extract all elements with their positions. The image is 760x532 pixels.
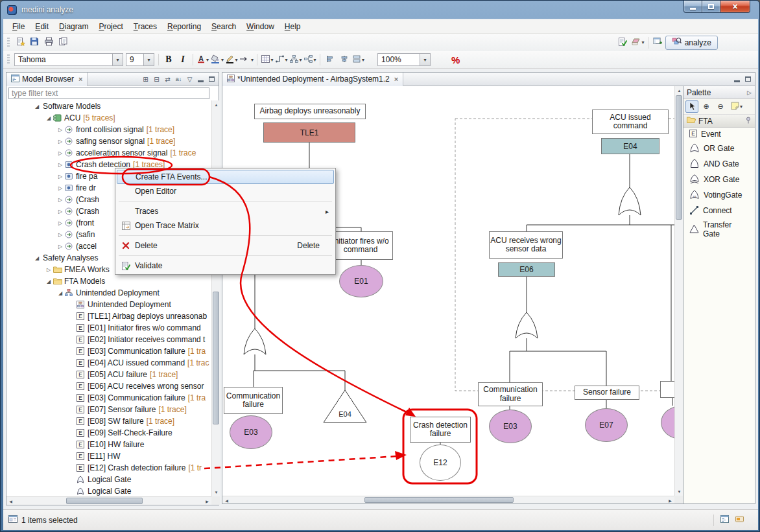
fta-basic-event[interactable]: E07 (585, 408, 628, 442)
zoom-out-tool[interactable]: ⊖ (714, 100, 727, 113)
fill-color-button[interactable] (210, 52, 224, 67)
toolbar-grip[interactable] (7, 38, 10, 48)
close-button[interactable]: × (720, 1, 750, 13)
context-menu-item-traces[interactable]: Traces▸ (117, 204, 334, 218)
chevron-down-icon[interactable]: ▾ (143, 54, 154, 65)
select-tool[interactable] (685, 100, 698, 113)
tree-item[interactable]: Logical Gate (6, 474, 211, 485)
menu-diagram[interactable]: Diagram (54, 21, 93, 32)
italic-button[interactable]: I (176, 52, 190, 67)
router-button[interactable] (274, 52, 289, 67)
chevron-down-icon[interactable]: ▾ (112, 54, 123, 65)
close-view-icon[interactable]: × (78, 75, 82, 83)
chevron-down-icon[interactable]: ▾ (420, 54, 430, 65)
filter-input[interactable] (8, 87, 209, 99)
fta-node[interactable]: ACU issued command (592, 110, 669, 134)
tree-collapsed-arrow-icon[interactable]: ▷ (56, 220, 65, 226)
palette-item-xor-gate[interactable]: XOR Gate (683, 172, 755, 188)
tree-collapsed-arrow-icon[interactable]: ▷ (56, 162, 65, 168)
validate-toolbar-button[interactable] (616, 36, 630, 50)
fta-node[interactable]: Crash detection failure (410, 417, 471, 443)
minimize-view-icon[interactable] (196, 75, 206, 84)
new-wizard-button[interactable] (13, 36, 27, 50)
context-menu-item-validate[interactable]: Validate (117, 259, 334, 273)
tree-expanded-arrow-icon[interactable]: ◢ (32, 255, 42, 261)
tree-collapsed-arrow-icon[interactable]: ▷ (56, 139, 65, 145)
tree-item[interactable]: E[E11] HW (6, 450, 211, 462)
close-editor-icon[interactable]: × (394, 75, 398, 83)
context-menu-item-open-editor[interactable]: Open Editor (117, 184, 334, 198)
fta-node[interactable]: ACU receives wrong sensor data (489, 231, 563, 259)
fast-view-icon[interactable] (720, 515, 729, 525)
menu-traces[interactable]: Traces (128, 21, 162, 32)
tree-item[interactable]: E[E04] ACU issued command[1 trac (6, 357, 211, 369)
palette-header[interactable]: Palette ▷ (683, 86, 755, 99)
palette-item-connect[interactable]: Connect (683, 203, 755, 219)
palette-item-and-gate[interactable]: AND Gate (683, 157, 755, 172)
minimize-editor-icon[interactable] (732, 75, 742, 84)
palette-item-event[interactable]: EEvent (683, 128, 755, 141)
transfer-gate-label[interactable]: E04 (334, 410, 356, 418)
scrollbar-thumb[interactable] (213, 292, 219, 424)
zoom-combo[interactable]: 100%▾ (377, 53, 431, 66)
zoom-in-tool[interactable]: ⊕ (700, 100, 713, 113)
palette-drawer-fta[interactable]: FTA (683, 115, 755, 128)
tree-item[interactable]: E[E08] SW failure[1 trace] (6, 415, 211, 427)
tree-expanded-arrow-icon[interactable]: ◢ (56, 290, 65, 296)
maximize-editor-icon[interactable] (743, 75, 753, 84)
maximize-button[interactable] (702, 1, 720, 13)
background-tasks-icon[interactable] (735, 515, 744, 525)
collapse-all-icon[interactable]: ⊟ (152, 75, 161, 84)
tree-vertical-scrollbar[interactable]: ▲▼ (211, 100, 220, 496)
tree-horizontal-scrollbar[interactable]: ◀▶ (6, 496, 211, 505)
fta-node[interactable]: Sensor failure (575, 386, 639, 400)
font-size-combo[interactable]: 9▾ (126, 53, 154, 66)
palette-item-votinggate[interactable]: mVotingGate (683, 188, 755, 203)
tree-item[interactable]: ▷accelleration sensor signal[1 trace (6, 147, 211, 159)
fta-event-label[interactable]: TLE1 (263, 122, 355, 143)
fta-basic-event[interactable]: E12 (420, 445, 461, 481)
line-style-button[interactable] (239, 52, 254, 67)
tree-item[interactable]: ▷front collision signal[1 trace] (6, 124, 211, 135)
align-center-button[interactable] (337, 52, 351, 67)
line-color-button[interactable] (224, 52, 239, 67)
tree-collapsed-arrow-icon[interactable]: ▷ (44, 267, 53, 273)
fta-diagram-canvas[interactable]: Airbag deploys unreasonablyTLE1ACU issue… (222, 86, 674, 496)
save-button[interactable] (27, 36, 42, 50)
editor-vertical-scrollbar[interactable]: ▲▼ (674, 86, 683, 496)
tree-item[interactable]: E[E02] Initiator receives command t (6, 334, 211, 345)
or-gate[interactable] (244, 329, 266, 354)
fta-node[interactable]: Airbag deploys unreasonably (254, 104, 366, 119)
tree-item[interactable]: E[E07] Sensor failure[1 trace] (6, 404, 211, 415)
fta-event-label[interactable]: E06 (498, 262, 555, 277)
tree-item[interactable]: E[E09] Self-Check-Failure (6, 427, 211, 439)
maximize-view-icon[interactable] (207, 75, 217, 84)
org-layout-button[interactable] (289, 52, 303, 67)
font-color-button[interactable]: A (196, 52, 210, 67)
tree-collapsed-arrow-icon[interactable]: ▷ (56, 185, 65, 191)
tree-item[interactable]: ◢Unintended Deployment (6, 287, 211, 299)
fta-node[interactable]: Communication failure (224, 387, 283, 414)
tree-item[interactable]: Logical Gate (6, 485, 211, 496)
tree-item[interactable]: ◢ACU[5 traces] (6, 112, 211, 124)
percent-format-button[interactable]: % (451, 54, 460, 65)
sort-icon[interactable]: a↓ (174, 75, 184, 84)
scrollbar-thumb[interactable] (66, 498, 143, 504)
tree-expanded-arrow-icon[interactable]: ◢ (32, 104, 42, 110)
title-bar[interactable]: medini analyze × (3, 1, 758, 19)
scrollbar-thumb[interactable] (364, 497, 514, 503)
or-gate[interactable] (516, 312, 538, 338)
tree-collapsed-arrow-icon[interactable]: ▷ (56, 244, 65, 249)
tree-item[interactable]: ◢FTA Models (6, 275, 211, 287)
tree-expanded-arrow-icon[interactable]: ◢ (44, 279, 53, 284)
export-button[interactable] (56, 36, 70, 50)
tree-collapsed-arrow-icon[interactable]: ▷ (56, 232, 65, 238)
context-menu-item-create-fta-events[interactable]: Create FTA Events... (117, 170, 334, 184)
grid-button[interactable] (260, 52, 274, 67)
tree-item[interactable]: E[E03] Communication failure[1 tra (6, 392, 211, 404)
tree-item[interactable]: E[E06] ACU receives wrong sensor (6, 380, 211, 392)
menu-file[interactable]: File (7, 21, 30, 32)
toolbar-grip[interactable] (7, 54, 10, 65)
tree-item[interactable]: Unintended Deployment (6, 299, 211, 310)
tree-item[interactable]: E[E05] ACU failure[1 trace] (6, 369, 211, 380)
